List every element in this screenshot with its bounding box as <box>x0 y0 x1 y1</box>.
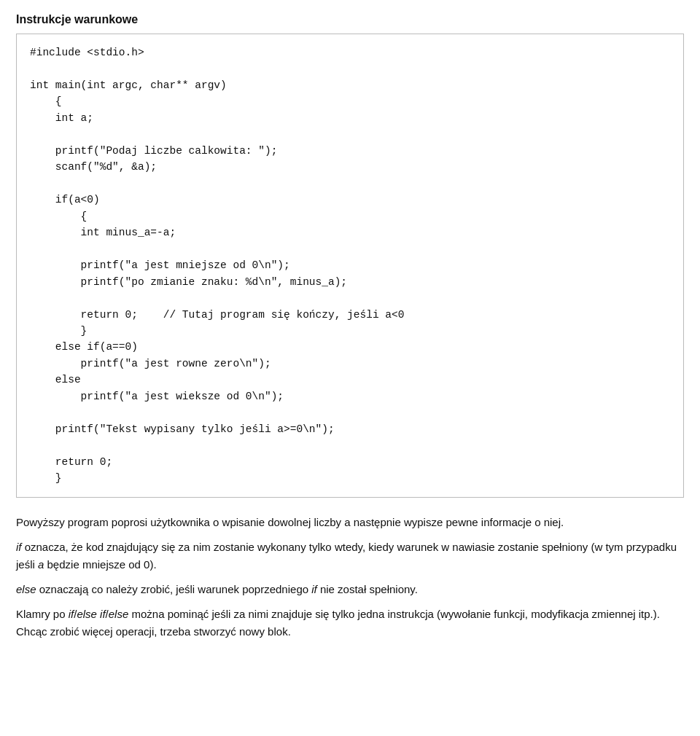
page-title: Instrukcje warunkowe <box>16 13 684 26</box>
prose-p4: Klamry po if/else if/else można pominąć … <box>16 606 684 641</box>
prose-p1: Powyższy program poprosi użytkownika o w… <box>16 514 684 531</box>
code-box: #include <stdio.h> int main(int argc, ch… <box>16 34 684 498</box>
prose-p3: else oznaczają co należy zrobić, jeśli w… <box>16 581 684 598</box>
prose-p2: if oznacza, że kod znajdujący się za nim… <box>16 539 684 573</box>
prose-section: Powyższy program poprosi użytkownika o w… <box>16 514 684 641</box>
